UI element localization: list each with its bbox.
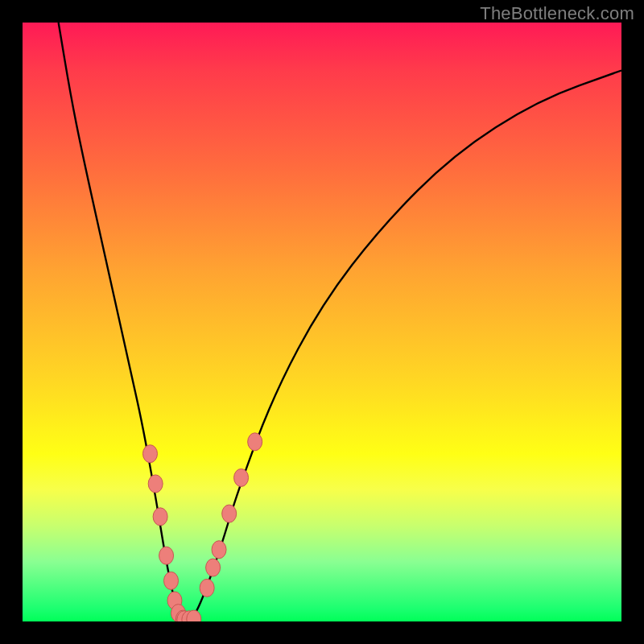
data-marker — [206, 559, 221, 576]
plot-area — [23, 23, 621, 621]
data-marker — [153, 508, 167, 526]
data-marker — [148, 475, 163, 493]
chart-stage: TheBottleneck.com — [0, 0, 644, 644]
data-marker — [234, 469, 249, 486]
data-marker — [164, 572, 179, 589]
bottleneck-curve — [59, 23, 621, 621]
plot-svg — [23, 23, 621, 621]
data-marker — [159, 547, 174, 564]
data-marker — [142, 445, 157, 463]
data-marker — [222, 505, 237, 522]
data-marker — [212, 541, 226, 559]
data-marker — [248, 433, 262, 451]
data-marker — [200, 579, 214, 597]
watermark-text: TheBottleneck.com — [480, 3, 634, 24]
